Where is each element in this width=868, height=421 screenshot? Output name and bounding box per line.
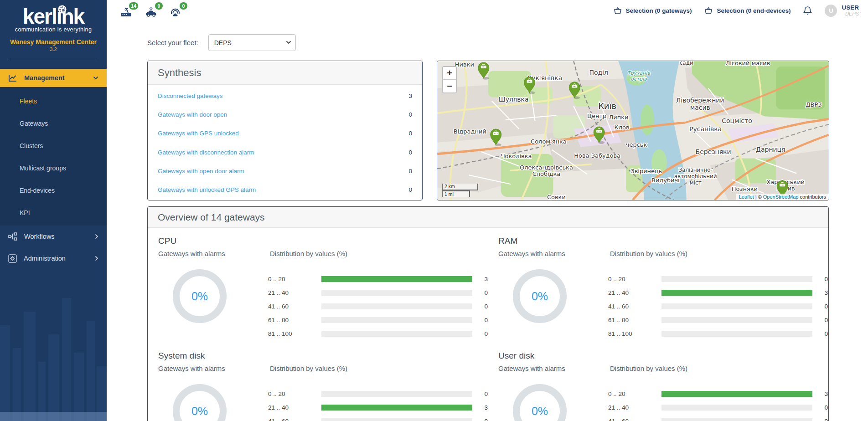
gateways-status-button[interactable]: 14 (120, 4, 134, 17)
user-name: USER (842, 4, 859, 11)
range-label: 61 .. 80 (608, 317, 661, 323)
map-scale-bar: 2 km 1 mi (442, 184, 478, 197)
map-place-label: Нивки (455, 61, 474, 68)
chevron-down-icon (93, 76, 98, 80)
section-title: System disk (158, 351, 488, 361)
alarms-donut: 0% (513, 269, 567, 323)
alarms-donut: 0% (513, 384, 567, 421)
map-place-label: Русанівка (689, 125, 722, 133)
range-label: 41 .. 60 (268, 303, 321, 310)
leaflet-map[interactable]: НивкиПоділЛук'янівкаШулявкаКиївЦентрЛипк… (437, 61, 829, 200)
bar-track (661, 331, 812, 337)
vehicles-status-button[interactable]: 0 (145, 4, 159, 17)
fleet-selector-label: Select your fleet: (147, 39, 198, 46)
broadcast-icon (170, 6, 181, 17)
topbar-actions: Selection (0 gateways) Selection (0 end-… (614, 4, 859, 17)
sidebar-item-workflows[interactable]: Workflows (0, 226, 107, 247)
alarms-label: Gateways with alarms (498, 365, 610, 372)
overview-section-ram: RAMGateways with alarmsDistribution by v… (488, 236, 828, 351)
bar-count: 3 (472, 404, 488, 411)
range-label: 41 .. 60 (608, 303, 661, 310)
synthesis-link-gateways-with-disconnection-alarm[interactable]: Gateways with disconnection alarm (158, 149, 254, 156)
map-place-label: Лівобережний (676, 97, 724, 104)
osm-link[interactable]: OpenStreetMap (763, 194, 799, 200)
stations-status-button[interactable]: 0 (170, 4, 183, 17)
synthesis-link-gateways-with-gps-unlocked[interactable]: Gateways with GPS unlocked (158, 130, 239, 137)
zoom-out-button[interactable]: − (443, 80, 456, 92)
distribution-row: 41 .. 600 (268, 299, 488, 313)
map-place-label: Поділ (589, 69, 608, 76)
distribution-chart: 0 .. 20021 .. 40341 .. 60061 .. 80081 ..… (268, 372, 488, 421)
bar-fill (321, 276, 472, 282)
distribution-chart: 0 .. 20021 .. 40341 .. 60061 .. 80081 ..… (608, 257, 828, 340)
distribution-row: 41 .. 600 (268, 414, 488, 421)
bar-track (321, 331, 472, 337)
sidebar-item-label: Administration (24, 255, 95, 262)
notifications-button[interactable] (803, 6, 812, 15)
chevron-right-icon (95, 256, 98, 261)
product-name: Wanesy Management Center (0, 38, 107, 46)
map-place-label: Звіринець (630, 168, 662, 175)
sidebar-item-administration[interactable]: Administration (0, 247, 107, 269)
synthesis-title: Synthesis (148, 61, 422, 85)
synthesis-link-gateways-with-door-open[interactable]: Gateways with door open (158, 111, 227, 118)
bar-track (321, 303, 472, 309)
sidebar-item-clusters[interactable]: Clusters (0, 134, 107, 157)
zoom-in-button[interactable]: + (443, 67, 456, 80)
section-title: User disk (498, 351, 828, 361)
range-label: 0 .. 20 (268, 276, 321, 282)
bar-count: 0 (472, 289, 488, 296)
synthesis-row: Gateways with GPS unlocked0 (148, 124, 422, 143)
selection-gateways-button[interactable]: Selection (0 gateways) (614, 7, 692, 15)
bar-count: 0 (472, 418, 488, 421)
map-place-label: Липки (609, 114, 629, 121)
map-attribution: Leaflet | © OpenStreetMap contributors (736, 194, 829, 200)
leaflet-link[interactable]: Leaflet (739, 194, 754, 200)
sidebar-item-multicast-groups[interactable]: Multicast groups (0, 157, 107, 179)
synthesis-link-gateways-with-open-door-alarm[interactable]: Gateways with open door alarm (158, 168, 244, 175)
synthesis-row: Disconnected gateways3 (148, 87, 422, 105)
sidebar-item-end-devices[interactable]: End-devices (0, 179, 107, 201)
selection-end-devices-button[interactable]: Selection (0 end-devices) (704, 7, 790, 15)
synthesis-rows: Disconnected gateways3Gateways with door… (148, 85, 422, 200)
sidebar-item-fleets[interactable]: Fleets (0, 90, 107, 112)
bar-track (661, 290, 812, 296)
synthesis-count: 0 (408, 130, 412, 137)
distribution-row: 0 .. 200 (608, 272, 828, 286)
bar-count: 3 (812, 289, 828, 296)
basket-icon (614, 7, 622, 15)
sidebar-item-management[interactable]: Management (0, 69, 107, 87)
synthesis-row: Gateways with open door alarm0 (148, 162, 422, 180)
overview-panel: Overview of 14 gateways CPUGateways with… (147, 206, 829, 421)
map-place-label: Солом'янка (531, 138, 567, 145)
distribution-row: 21 .. 400 (268, 286, 488, 299)
distribution-row: 41 .. 600 (608, 299, 828, 313)
map-place-label: Чоколівка (501, 153, 532, 159)
map-panel[interactable]: НивкиПоділЛук'янівкаШулявкаКиївЦентрЛипк… (437, 61, 829, 200)
synthesis-link-gateways-with-unlocked-gps-alarm[interactable]: Gateways with unlocked GPS alarm (158, 186, 256, 193)
distribution-row: 21 .. 403 (608, 286, 828, 299)
basket-icon (704, 7, 713, 15)
sidebar-item-kpi[interactable]: KPI (0, 201, 107, 224)
alarms-donut: 0% (173, 384, 227, 421)
fleet-select[interactable]: DEPS (208, 34, 296, 51)
user-menu[interactable]: U USER DEPS (825, 4, 859, 17)
bar-count: 0 (812, 404, 828, 411)
bar-track (661, 317, 812, 323)
map-place-label: Клов (615, 124, 630, 131)
map-place-label: Труханів (627, 70, 651, 76)
sidebar-item-gateways[interactable]: Gateways (0, 112, 107, 134)
alarms-donut: 0% (173, 269, 227, 323)
synthesis-link-disconnected-gateways[interactable]: Disconnected gateways (158, 92, 223, 99)
synthesis-row: Gateways with unlocked GPS alarm0 (148, 180, 422, 199)
distribution-label: Distribution by values (%) (270, 250, 347, 257)
range-label: 81 .. 100 (608, 330, 661, 337)
synthesis-count: 0 (408, 186, 412, 193)
distribution-row: 41 .. 600 (608, 414, 828, 421)
bar-count: 0 (472, 303, 488, 310)
topbar-status-icons: 14 0 0 (120, 4, 183, 17)
kerlink-logo-text: kerlınk (0, 5, 107, 27)
range-label: 0 .. 20 (268, 390, 321, 397)
bar-track (321, 418, 472, 421)
bar-count: 0 (812, 317, 828, 323)
